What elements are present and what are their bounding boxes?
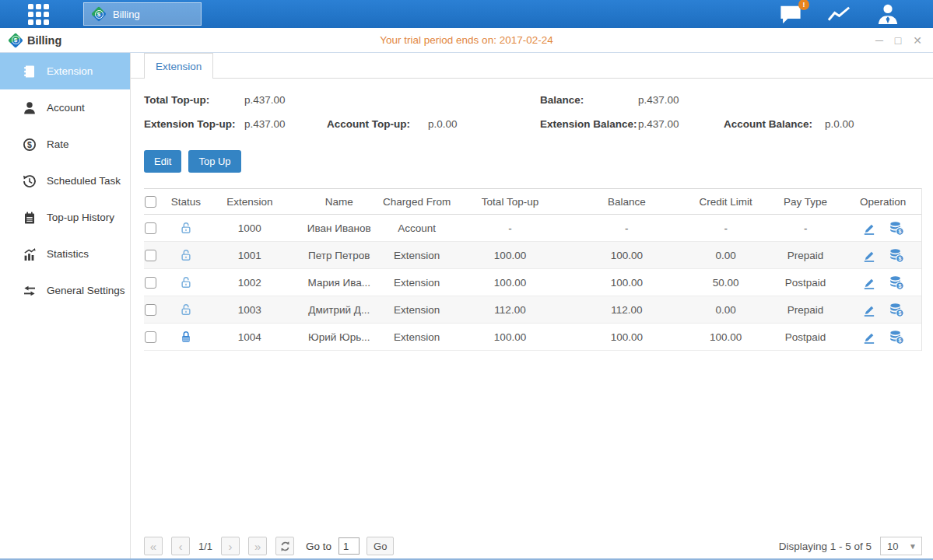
go-button[interactable]: Go [367,537,394,555]
topup-coins-icon[interactable]: $ [889,330,904,345]
account-topup-value: p.0.00 [428,118,458,130]
svg-text:$: $ [898,310,901,317]
table-cell [144,331,169,343]
maximize-icon[interactable]: □ [895,35,901,46]
last-page-button[interactable]: » [248,537,267,555]
top-up-button[interactable]: Top Up [188,150,240,173]
table-cell-total-topup: 100.00 [452,331,569,343]
displaying-text: Displaying 1 - 5 of 5 [779,541,872,552]
table-cell-name: Петр Петров [296,250,382,261]
extension-balance-value: p.437.00 [638,118,679,130]
row-checkbox[interactable] [145,277,156,289]
table-header-cell [144,196,169,208]
table-cell-operation: $ [844,221,921,236]
prev-page-button[interactable]: ‹ [171,537,190,555]
sidebar-item-statistics[interactable]: Statistics [0,236,130,272]
edit-pencil-icon[interactable] [861,221,876,236]
table-cell-charged-from: Extension [382,331,452,343]
balance-value: p.437.00 [638,94,679,106]
table-cell-total-topup: - [452,222,569,234]
table-cell [144,250,169,261]
page-size-value: 10 [881,541,909,552]
table-cell-charged-from: Extension [382,304,452,316]
sidebar-item-label: Statistics [47,248,89,260]
window-controls: ─ □ ✕ [875,35,922,46]
table-cell-operation: $ [844,330,921,345]
table-cell-status [169,221,203,235]
table-header-cell: Credit Limit [685,196,766,208]
table-cell-pay-type: Prepaid [766,250,844,261]
app-tab-label: Billing [113,9,140,20]
table-cell-balance: 100.00 [568,331,685,343]
table-row: 1002Мария Ива...Extension100.00100.0050.… [144,269,921,296]
window-title-text: Billing [27,34,61,47]
table-row: 1004Юрий Юрь...Extension100.00100.00100.… [144,324,921,351]
table-cell-extension: 1000 [203,222,296,234]
topup-coins-icon[interactable]: $ [889,248,904,263]
topup-coins-icon[interactable]: $ [889,275,904,290]
tab-extension[interactable]: Extension [144,53,213,79]
sidebar-item-account[interactable]: Account [0,89,130,126]
goto-page-input[interactable] [338,537,360,555]
chart-icon[interactable] [826,4,852,24]
app-tab-billing[interactable]: $ Billing [83,2,202,26]
sliders-icon [23,284,37,298]
table-row: 1000Иван ИвановAccount----$ [144,215,921,242]
table-cell-credit-limit: 100.00 [685,331,766,343]
table-cell-pay-type: - [766,222,844,234]
edit-pencil-icon[interactable] [861,275,876,290]
sidebar: ExtensionAccount$RateScheduled TaskTop-u… [0,53,131,560]
lock-open-icon[interactable] [179,275,193,289]
page-size-select[interactable]: 10 ▼ [880,537,922,555]
edit-pencil-icon[interactable] [861,248,876,263]
goto-label: Go to [306,541,331,552]
row-checkbox[interactable] [145,304,156,316]
lock-closed-icon[interactable] [179,330,193,344]
table-cell-status [169,330,203,344]
stats-icon [23,247,37,261]
row-checkbox[interactable] [145,250,156,261]
table-cell-charged-from: Extension [382,277,452,289]
row-checkbox[interactable] [145,222,156,234]
lock-open-icon[interactable] [179,303,193,317]
message-icon[interactable]: ! [778,4,803,25]
row-checkbox[interactable] [145,331,156,343]
table-cell-name: Мария Ива... [296,277,382,289]
sidebar-item-rate[interactable]: $Rate [0,126,130,163]
select-all-checkbox[interactable] [145,196,156,208]
sidebar-item-scheduled-task[interactable]: Scheduled Task [0,163,130,199]
apps-grid-icon[interactable] [28,4,49,25]
billing-app-icon: $ [8,33,23,48]
edit-pencil-icon[interactable] [861,303,876,317]
table-cell-charged-from: Extension [382,250,452,261]
table-cell-status [169,275,203,289]
edit-button[interactable]: Edit [144,150,181,173]
table-cell-name: Юрий Юрь... [296,331,382,343]
topup-coins-icon[interactable]: $ [889,303,904,317]
sidebar-item-extension[interactable]: Extension [0,53,130,89]
table-cell-pay-type: Postpaid [766,277,844,289]
extension-balance-label: Extension Balance: [540,118,637,130]
table-header-cell: Operation [844,196,921,208]
content-panel: Extension Total Top-up: p.437.00 Balance… [131,53,933,560]
sidebar-item-topup-history[interactable]: Top-up History [0,199,130,236]
svg-text:$: $ [898,338,901,344]
table-cell-extension: 1001 [203,250,296,261]
close-icon[interactable]: ✕ [913,35,922,46]
first-page-button[interactable]: « [144,537,163,555]
pagination-bar: « ‹ 1/1 › » Go to Go Displaying 1 - 5 of… [144,537,922,555]
user-icon[interactable] [875,3,900,25]
lock-open-icon[interactable] [179,221,193,235]
minimize-icon[interactable]: ─ [875,35,883,46]
next-page-button[interactable]: › [221,537,240,555]
sidebar-item-general-settings[interactable]: General Settings [0,272,130,309]
page-indicator: 1/1 [198,541,212,552]
topup-coins-icon[interactable]: $ [889,221,904,236]
svg-text:$: $ [898,283,901,289]
extension-topup-label: Extension Top-up: [144,118,236,130]
edit-pencil-icon[interactable] [861,330,876,345]
rate-icon: $ [23,138,37,152]
refresh-button[interactable] [275,537,294,555]
lock-open-icon[interactable] [179,248,193,262]
action-buttons: Edit Top Up [144,150,933,173]
